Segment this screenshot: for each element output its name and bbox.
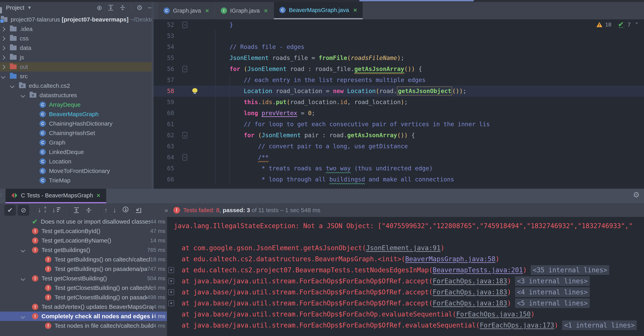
editor-tab[interactable]: IIGraph.java× — [215, 2, 274, 19]
panel-splitter[interactable] — [152, 2, 154, 189]
stack-frame[interactable]: +at java.base/java.util.stream.ForEachOp… — [168, 287, 644, 298]
editor-tab[interactable]: CBeaverMapsGraph.java× — [274, 2, 362, 19]
test-tree-item[interactable]: !Completely check all nodes and edges in… — [0, 312, 167, 321]
editor-tab[interactable]: CGraph.java× — [158, 2, 214, 19]
gear-icon[interactable]: ⚙ — [136, 4, 142, 11]
tree-item[interactable]: CLocation — [0, 157, 154, 166]
fold-marker-icon[interactable]: – — [182, 22, 187, 28]
chevron-right-icon[interactable] — [1, 46, 6, 50]
stack-frame[interactable]: at java.base/java.util.stream.ForEachOps… — [168, 309, 644, 320]
code-line[interactable]: 55 JsonElement roads_file = fromFile(roa… — [154, 52, 644, 63]
fold-marker-icon[interactable]: – — [182, 66, 187, 72]
import-test-results-icon[interactable] — [135, 207, 142, 214]
intention-bulb-icon[interactable] — [192, 88, 198, 92]
tree-item[interactable]: src — [0, 72, 154, 81]
chevron-down-icon[interactable] — [21, 93, 25, 98]
tree-item[interactable]: datastructures — [0, 91, 154, 100]
expand-all-icon[interactable] — [108, 4, 114, 11]
tree-item[interactable]: edu.caltech.cs2 — [0, 81, 154, 91]
sort-by-duration-icon[interactable]: ↓ — [52, 206, 61, 214]
fold-plus-icon[interactable]: + — [168, 278, 174, 284]
project-view-selector[interactable]: Project — [6, 4, 24, 11]
fold-marker-icon[interactable]: ⌄ — [182, 132, 187, 139]
chevron-down-icon[interactable] — [10, 84, 14, 88]
chevron-right-icon[interactable] — [1, 55, 6, 60]
code-line[interactable]: 62⌄ for (JsonElement pair : road.getAsJs… — [154, 130, 644, 141]
stack-frame-link[interactable]: BeavermapTests.java:201 — [433, 266, 523, 274]
close-icon[interactable]: × — [205, 7, 209, 14]
tree-item[interactable]: CGraph — [0, 138, 154, 147]
code-line[interactable]: 66 * loop through all buildingsd and mak… — [154, 174, 644, 185]
test-tree-item[interactable]: ✔Does not use or import disallowed class… — [0, 217, 167, 226]
stack-frame[interactable]: +at java.base/java.util.stream.ForEachOp… — [168, 276, 644, 287]
fold-plus-icon[interactable]: + — [168, 300, 174, 306]
next-failed-test-icon[interactable]: ↓ — [113, 207, 116, 213]
test-tree-item[interactable]: !Test getClosestBuilding() on pasadena49… — [0, 293, 167, 302]
test-tree-item[interactable]: !Test getBuildings() on caltech/caltech.… — [0, 255, 167, 264]
tree-item[interactable]: out — [0, 62, 154, 72]
test-tree-item[interactable]: !Test getClosestBuilding()504 ms — [0, 274, 167, 283]
chevron-right-icon[interactable] — [1, 27, 6, 31]
code-line[interactable]: 65 * treats roads as two way (thus undir… — [154, 163, 644, 174]
tree-item[interactable]: CMoveToFrontDictionary — [0, 166, 154, 176]
tree-item[interactable]: project07-talarurus [project07-beavermap… — [0, 15, 154, 24]
test-console-output[interactable]: java.lang.IllegalStateException: Not a J… — [167, 217, 644, 336]
stack-frame[interactable]: at java.base/java.util.stream.ForEachOps… — [168, 320, 644, 331]
stack-frame-link[interactable]: ForEachOps.java:183 — [433, 277, 508, 285]
test-tree-item[interactable]: !Test getBuildings() on pasadena/pasaden… — [0, 264, 167, 274]
stack-frame-link[interactable]: ForEachOps.java:183 — [433, 299, 508, 307]
code-line[interactable]: 61 // for loop to get each consecutive p… — [154, 119, 644, 130]
fold-plus-icon[interactable]: + — [168, 267, 174, 273]
exception-message[interactable]: java.lang.IllegalStateException: Not a J… — [168, 220, 644, 231]
chevron-right-icon[interactable] — [1, 36, 6, 41]
close-icon[interactable]: × — [96, 192, 100, 199]
test-history-icon[interactable] — [122, 206, 129, 214]
stack-frame-link[interactable]: ForEachOps.java:173 — [480, 322, 554, 329]
tree-item[interactable]: data — [0, 43, 154, 53]
collapse-all-icon[interactable] — [85, 207, 92, 213]
tree-item[interactable]: CBeaverMapsGraph — [0, 109, 154, 119]
code-line[interactable]: 58 Location road_location = new Location… — [154, 86, 644, 97]
code-line[interactable]: 59 this.ids.put(road_location.id, road_l… — [154, 97, 644, 108]
stack-frame[interactable]: at edu.caltech.cs2.datastructures.Beaver… — [168, 254, 644, 265]
stack-frame-link[interactable]: JsonElement.java:91 — [366, 244, 441, 252]
code-line[interactable]: 63 // convert pair to a long, use getDis… — [154, 141, 644, 152]
stack-frame[interactable]: +at java.base/java.util.stream.ForEachOp… — [168, 298, 644, 309]
tree-item[interactable]: CArrayDeque — [0, 100, 154, 109]
more-actions-chevron[interactable]: » — [164, 206, 168, 214]
show-ignored-button[interactable]: ⊘ — [18, 205, 29, 216]
test-tree-item[interactable]: !Test getLocationById()47 ms — [0, 226, 167, 236]
tree-item[interactable]: CChainingHashSet — [0, 128, 154, 138]
code-line[interactable]: 54 // Roads file - edges — [154, 41, 644, 52]
previous-failed-test-icon[interactable]: ↑ — [104, 207, 108, 213]
stack-frame[interactable]: +at edu.caltech.cs2.project07.BeavermapT… — [168, 265, 644, 276]
sort-alphabetically-icon[interactable]: ↓az — [38, 206, 46, 214]
close-icon[interactable]: × — [354, 6, 357, 14]
fold-plus-icon[interactable]: + — [168, 289, 174, 295]
test-tree-item[interactable]: !Test addVertex() updates BeaverMapsGrap… — [0, 302, 167, 312]
chevron-down-icon[interactable] — [21, 248, 25, 253]
code-line[interactable]: 52– } — [154, 19, 644, 30]
inspections-widget[interactable]: 18 ✔ 7 ⌃ — [596, 21, 639, 28]
code-line[interactable]: 57 // each entry in the list represents … — [154, 75, 644, 86]
chevron-right-icon[interactable] — [1, 65, 6, 69]
tree-item[interactable]: CLinkedDeque — [0, 147, 154, 157]
code-line[interactable]: 53 — [154, 30, 644, 41]
test-tree-item[interactable]: !Test getClosestBuilding() on caltech/ca… — [0, 283, 167, 293]
code-line[interactable]: 64– /** — [154, 152, 644, 163]
fold-marker-icon[interactable]: – — [182, 154, 187, 161]
tree-item[interactable]: CChainingHashDictionary — [0, 119, 154, 128]
tests-tab[interactable]: C Tests - BeaverMapsGraph × — [6, 189, 106, 203]
code-editor[interactable]: 52– }5354 // Roads file - edges55 JsonEl… — [154, 19, 644, 189]
hide-panel-icon[interactable]: − — [148, 4, 152, 11]
stack-frame-link[interactable]: BeaverMapsGraph.java:58 — [405, 255, 495, 263]
collapse-all-icon[interactable] — [119, 4, 126, 11]
stack-frame-link[interactable]: ForEachOps.java:183 — [433, 288, 508, 296]
tool-window-stripe-icon[interactable]: : — [0, 193, 2, 196]
code-line[interactable]: 60 long prevVertex = 0; — [154, 108, 644, 119]
chevron-down-icon[interactable] — [21, 314, 25, 319]
chevron-down-icon[interactable] — [1, 74, 6, 79]
test-tree-item[interactable]: !Test nodes in file caltech/caltech.buil… — [0, 321, 167, 331]
expand-all-icon[interactable] — [73, 207, 80, 213]
test-tree-item[interactable]: !Test getLocationByName()14 ms — [0, 236, 167, 245]
